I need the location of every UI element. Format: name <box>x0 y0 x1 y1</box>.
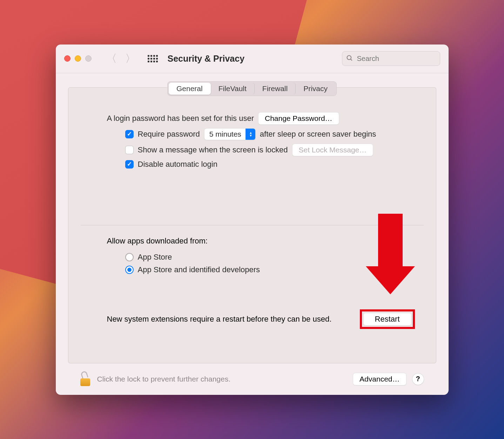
password-delay-select[interactable]: 5 minutes ▲▼ <box>204 128 256 140</box>
lock-icon[interactable] <box>80 372 92 386</box>
panel: General FileVault Firewall Privacy A log… <box>68 87 436 363</box>
allow-appstore-label: App Store <box>138 253 172 262</box>
allow-appstore-radio[interactable] <box>125 253 134 261</box>
close-button[interactable] <box>64 55 70 62</box>
annotation-highlight: Restart <box>360 309 415 329</box>
advanced-button[interactable]: Advanced… <box>353 373 406 385</box>
show-message-checkbox[interactable] <box>125 146 134 154</box>
login-section: A login password has been set for this u… <box>68 96 436 172</box>
minimize-button[interactable] <box>75 55 81 62</box>
svg-line-1 <box>350 59 352 61</box>
tab-filevault[interactable]: FileVault <box>211 83 255 95</box>
content: General FileVault Firewall Privacy A log… <box>56 73 449 395</box>
allow-identified-label: App Store and identified developers <box>138 265 260 274</box>
svg-point-0 <box>347 56 351 60</box>
system-preferences-window: 〈 〉 Security & Privacy General FileVault… <box>56 44 449 395</box>
disable-auto-login-checkbox[interactable] <box>125 160 134 169</box>
search-input[interactable] <box>342 51 440 66</box>
help-button[interactable]: ? <box>412 373 424 385</box>
login-text: A login password has been set for this u… <box>107 114 254 123</box>
after-sleep-label: after sleep or screen saver begins <box>260 130 376 139</box>
titlebar: 〈 〉 Security & Privacy <box>56 44 449 73</box>
allow-apps-heading: Allow apps downloaded from: <box>107 236 397 246</box>
allow-identified-radio[interactable] <box>125 266 134 274</box>
back-button[interactable]: 〈 <box>106 52 117 66</box>
footer: Click the lock to prevent further change… <box>68 363 436 395</box>
set-lock-message-button: Set Lock Message… <box>292 144 374 156</box>
password-delay-value: 5 minutes <box>204 130 246 138</box>
zoom-button <box>85 55 92 62</box>
restart-message: New system extensions require a restart … <box>107 315 332 324</box>
forward-button: 〉 <box>125 52 136 66</box>
traffic-lights <box>64 55 92 62</box>
restart-button[interactable]: Restart <box>363 313 411 325</box>
require-password-checkbox[interactable] <box>125 130 134 138</box>
change-password-button[interactable]: Change Password… <box>258 112 339 125</box>
require-password-label: Require password <box>138 130 200 139</box>
show-message-label: Show a message when the screen is locked <box>138 145 288 155</box>
tab-general[interactable]: General <box>169 83 211 95</box>
tab-firewall[interactable]: Firewall <box>255 83 296 95</box>
tab-privacy[interactable]: Privacy <box>296 83 335 95</box>
nav-arrows: 〈 〉 <box>106 52 136 66</box>
show-all-icon[interactable] <box>148 55 158 62</box>
window-title: Security & Privacy <box>168 54 245 64</box>
disable-auto-login-label: Disable automatic login <box>138 160 217 169</box>
lock-hint-text: Click the lock to prevent further change… <box>97 375 231 383</box>
annotation-arrow-icon <box>369 214 411 298</box>
chevron-updown-icon: ▲▼ <box>246 129 255 140</box>
tabs: General FileVault Firewall Privacy <box>167 81 337 96</box>
search-icon <box>346 55 353 62</box>
